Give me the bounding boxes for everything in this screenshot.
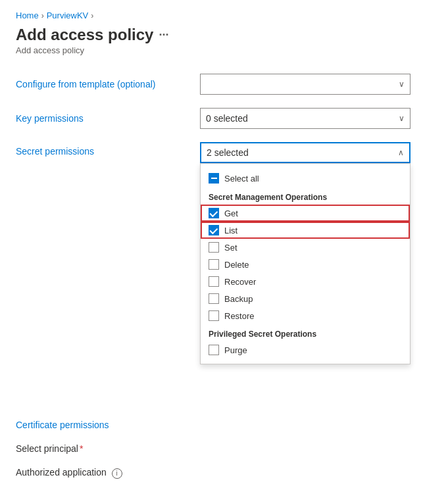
delete-label: Delete	[224, 260, 249, 270]
certificate-permissions-label[interactable]: Certificate permissions	[16, 420, 200, 430]
more-options-icon[interactable]: ···	[159, 28, 168, 42]
backup-checkbox-row[interactable]: Backup	[201, 290, 410, 307]
authorized-application-info-icon[interactable]: i	[112, 468, 122, 479]
secret-management-header: Secret Management Operations	[201, 187, 410, 205]
key-permissions-label[interactable]: Key permissions	[16, 113, 200, 124]
restore-checkbox[interactable]	[209, 310, 219, 321]
configure-template-dropdown[interactable]: ∨	[200, 74, 411, 95]
secret-permissions-chevron: ∧	[398, 148, 404, 157]
secret-permissions-row: Secret permissions 2 selected ∧ Select a…	[16, 142, 432, 163]
breadcrumb: Home › PurviewKV ›	[16, 11, 432, 20]
select-all-checkbox[interactable]	[209, 173, 219, 184]
breadcrumb-resource[interactable]: PurviewKV	[47, 11, 89, 20]
configure-template-label[interactable]: Configure from template (optional)	[16, 79, 200, 89]
configure-template-chevron: ∨	[399, 80, 405, 89]
select-all-label: Select all	[224, 174, 259, 184]
list-checkbox-row[interactable]: List	[201, 222, 410, 239]
select-principal-row: Select principal*	[16, 443, 432, 454]
certificate-permissions-row: Certificate permissions	[16, 420, 432, 430]
page-title-text: Add access policy	[16, 26, 153, 44]
set-checkbox-row[interactable]: Set	[201, 239, 410, 256]
backup-label: Backup	[224, 294, 253, 304]
purge-label: Purge	[224, 345, 247, 355]
access-policy-form: Configure from template (optional) ∨ Key…	[16, 74, 432, 492]
authorized-application-label: Authorized application i	[16, 467, 200, 479]
required-star: *	[80, 443, 83, 454]
delete-checkbox[interactable]	[209, 259, 219, 270]
key-permissions-chevron: ∨	[399, 114, 405, 123]
recover-checkbox[interactable]	[209, 276, 219, 287]
page-title-row: Add access policy ···	[16, 26, 432, 44]
key-permissions-row: Key permissions 0 selected ∨	[16, 108, 432, 129]
breadcrumb-sep-1: ›	[41, 11, 44, 20]
purge-checkbox-row[interactable]: Purge	[201, 341, 410, 358]
get-checkbox-row[interactable]: Get	[201, 205, 410, 222]
restore-label: Restore	[224, 311, 255, 321]
secret-permissions-label[interactable]: Secret permissions	[16, 146, 200, 157]
key-permissions-value: 0 selected	[206, 113, 248, 124]
configure-template-row: Configure from template (optional) ∨	[16, 74, 432, 95]
key-permissions-dropdown[interactable]: 0 selected ∨	[200, 108, 411, 129]
authorized-application-row: Authorized application i	[16, 467, 432, 479]
list-label: List	[224, 226, 237, 235]
page-subtitle: Add access policy	[16, 45, 432, 55]
recover-label: Recover	[224, 277, 256, 287]
recover-checkbox-row[interactable]: Recover	[201, 273, 410, 290]
set-label: Set	[224, 243, 237, 253]
select-all-row[interactable]: Select all	[201, 169, 410, 187]
set-checkbox[interactable]	[209, 242, 219, 253]
backup-checkbox[interactable]	[209, 293, 219, 304]
select-principal-label: Select principal*	[16, 443, 200, 454]
delete-checkbox-row[interactable]: Delete	[201, 256, 410, 273]
secret-permissions-dropdown[interactable]: 2 selected ∧	[200, 142, 411, 163]
secret-permissions-value: 2 selected	[207, 147, 249, 158]
secret-permissions-panel: Select all Secret Management Operations …	[200, 163, 411, 364]
list-checkbox[interactable]	[209, 225, 219, 235]
breadcrumb-home[interactable]: Home	[16, 11, 39, 20]
purge-checkbox[interactable]	[209, 345, 219, 355]
breadcrumb-sep-2: ›	[91, 11, 93, 20]
restore-checkbox-row[interactable]: Restore	[201, 307, 410, 324]
get-label: Get	[224, 209, 238, 218]
privileged-secret-header: Privileged Secret Operations	[201, 324, 410, 341]
get-checkbox[interactable]	[209, 208, 219, 218]
